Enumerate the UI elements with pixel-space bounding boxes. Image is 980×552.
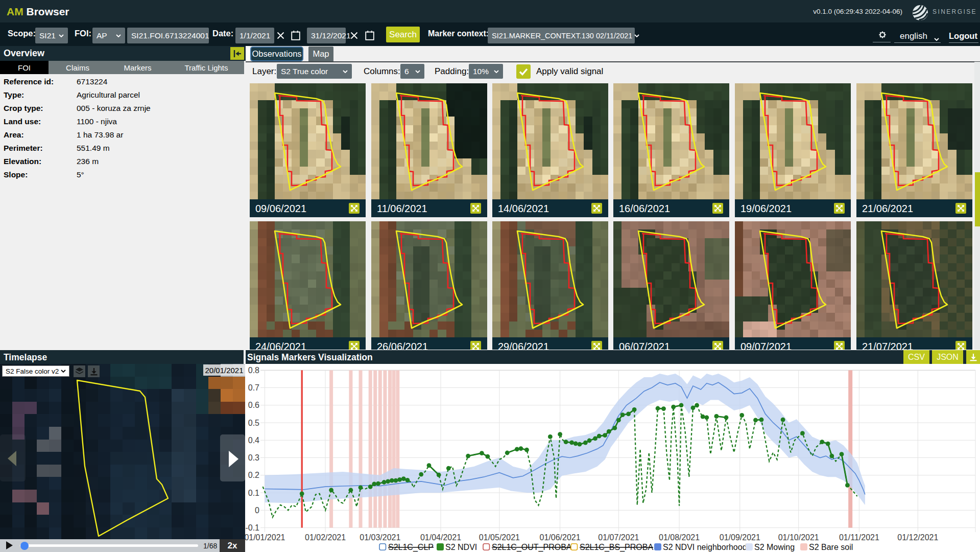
svg-text:S2L1C_CLP: S2L1C_CLP xyxy=(388,543,434,552)
svg-text:0.6: 0.6 xyxy=(248,401,259,409)
svg-text:S2 Bare soil: S2 Bare soil xyxy=(809,543,853,551)
svg-text:0.4: 0.4 xyxy=(248,436,259,445)
svg-text:0.8: 0.8 xyxy=(248,366,259,375)
svg-text:01/11/2021: 01/11/2021 xyxy=(839,533,879,542)
svg-text:01/05/2021: 01/05/2021 xyxy=(479,533,520,542)
svg-text:01/03/2021: 01/03/2021 xyxy=(360,533,400,542)
svg-text:01/02/2021: 01/02/2021 xyxy=(305,533,346,542)
svg-text:0.5: 0.5 xyxy=(248,419,259,427)
svg-text:S2L1C_BS_PROBA: S2L1C_BS_PROBA xyxy=(580,543,653,552)
svg-text:01/07/2021: 01/07/2021 xyxy=(598,533,639,542)
svg-text:-0.1: -0.1 xyxy=(245,523,259,532)
svg-text:0.3: 0.3 xyxy=(248,453,259,462)
svg-text:S2 NDVI: S2 NDVI xyxy=(445,543,477,551)
svg-text:S2 NDVI neighborhood: S2 NDVI neighborhood xyxy=(663,543,747,551)
svg-text:01/12/2021: 01/12/2021 xyxy=(897,533,938,542)
svg-text:01/04/2021: 01/04/2021 xyxy=(420,533,461,542)
svg-text:0.7: 0.7 xyxy=(248,383,259,392)
svg-text:S2L1C_OUT_PROBA: S2L1C_OUT_PROBA xyxy=(492,543,572,552)
svg-text:0: 0 xyxy=(255,506,259,515)
svg-text:01/09/2021: 01/09/2021 xyxy=(720,533,760,542)
svg-text:0.1: 0.1 xyxy=(248,489,259,497)
svg-text:01/10/2021: 01/10/2021 xyxy=(778,533,819,542)
svg-text:01/08/2021: 01/08/2021 xyxy=(659,533,700,542)
svg-text:01/01/2021: 01/01/2021 xyxy=(244,533,285,542)
svg-text:01/06/2021: 01/06/2021 xyxy=(540,533,581,542)
svg-text:0.2: 0.2 xyxy=(248,471,259,479)
svg-text:S2 Mowing: S2 Mowing xyxy=(754,543,795,551)
